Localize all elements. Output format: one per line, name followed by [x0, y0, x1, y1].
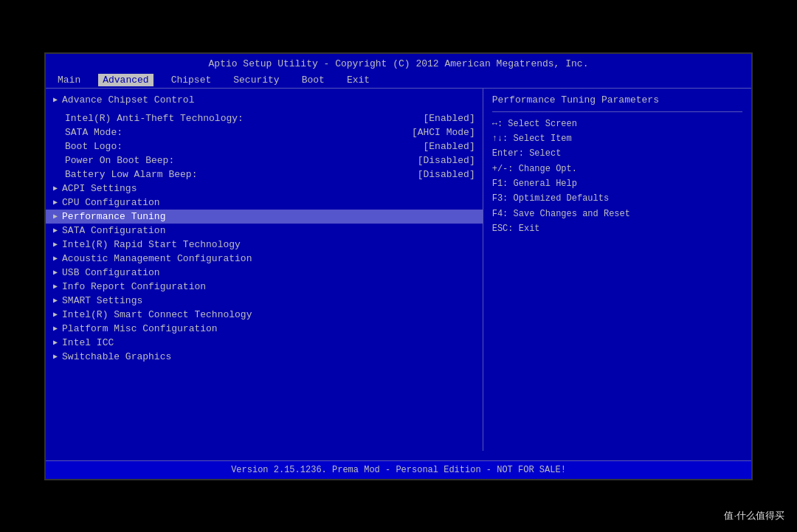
entry-label: Battery Low Alarm Beep:: [65, 169, 410, 180]
watermark: 值·什么值得买: [719, 507, 790, 525]
menu-entry[interactable]: SATA Configuration: [46, 224, 483, 238]
key-hint: ESC: Exit: [492, 221, 742, 236]
menu-item-main[interactable]: Main: [53, 74, 85, 86]
entry-value: [Disabled]: [418, 169, 475, 180]
key-hint: +/-: Change Opt.: [492, 162, 742, 176]
right-divider: [492, 111, 742, 112]
entry-label: Intel(R) Rapid Start Technology: [62, 239, 475, 250]
menu-entry[interactable]: Intel ICC: [46, 336, 483, 350]
menu-entry[interactable]: CPU Configuration: [46, 196, 483, 210]
key-hint: ↑↓: Select Item: [492, 131, 742, 146]
menu-entry: Intel(R) Anti-Theft Technology:[Enabled]: [46, 111, 483, 125]
key-hint: F1: General Help: [492, 176, 742, 191]
right-help-title: Performance Tuning Parameters: [492, 94, 742, 106]
entry-value: [Enabled]: [424, 113, 475, 124]
entry-label: SATA Configuration: [62, 225, 475, 236]
menu-entry[interactable]: Advance Chipset Control: [46, 93, 483, 107]
title-bar: Aptio Setup Utility - Copyright (C) 2012…: [46, 54, 751, 72]
entry-label: Advance Chipset Control: [62, 94, 475, 106]
entry-label: ACPI Settings: [62, 183, 475, 194]
menu-entry[interactable]: Acoustic Management Configuration: [46, 252, 483, 266]
menu-item-boot[interactable]: Boot: [297, 74, 329, 86]
entry-label: Switchable Graphics: [62, 351, 475, 362]
entry-label: SMART Settings: [62, 295, 475, 306]
menu-item-exit[interactable]: Exit: [342, 74, 374, 86]
entry-value: [Enabled]: [424, 141, 475, 152]
bios-screen: Aptio Setup Utility - Copyright (C) 2012…: [44, 52, 753, 480]
menu-entry: Boot Logo:[Enabled]: [46, 139, 483, 153]
status-text: Version 2.15.1236. Prema Mod - Personal …: [231, 465, 566, 475]
entry-value: [Disabled]: [418, 155, 475, 166]
menu-entry: Power On Boot Beep:[Disabled]: [46, 153, 483, 167]
menu-entry[interactable]: USB Configuration: [46, 266, 483, 280]
key-hint: F3: Optimized Defaults: [492, 191, 742, 206]
key-hint: Enter: Select: [492, 146, 742, 161]
menu-entry[interactable]: Switchable Graphics: [46, 350, 483, 364]
entry-label: Intel(R) Smart Connect Technology: [62, 309, 475, 320]
menu-entry[interactable]: Intel(R) Rapid Start Technology: [46, 238, 483, 252]
left-panel: Advance Chipset ControlIntel(R) Anti-The…: [46, 89, 483, 451]
menu-entry[interactable]: Performance Tuning: [46, 210, 483, 224]
menu-entry[interactable]: ACPI Settings: [46, 182, 483, 196]
entry-label: Acoustic Management Configuration: [62, 253, 475, 264]
entry-label: Intel(R) Anti-Theft Technology:: [65, 113, 416, 124]
key-hint: ↔: Select Screen: [492, 117, 742, 131]
menu-entry[interactable]: Info Report Configuration: [46, 280, 483, 294]
entry-label: USB Configuration: [62, 267, 475, 278]
entry-label: CPU Configuration: [62, 197, 475, 208]
entry-label: Intel ICC: [62, 337, 475, 348]
content-area: Advance Chipset ControlIntel(R) Anti-The…: [46, 89, 751, 451]
menu-item-advanced[interactable]: Advanced: [98, 74, 153, 86]
menu-entry[interactable]: Intel(R) Smart Connect Technology: [46, 308, 483, 322]
menu-item-chipset[interactable]: Chipset: [167, 74, 216, 86]
entry-label: Platform Misc Configuration: [62, 323, 475, 334]
entry-label: Power On Boot Beep:: [65, 155, 410, 166]
menu-bar: MainAdvancedChipsetSecurityBootExit: [46, 72, 751, 89]
key-hint: F4: Save Changes and Reset: [492, 207, 742, 221]
right-keys: ↔: Select Screen↑↓: Select ItemEnter: Se…: [492, 117, 742, 237]
entry-label: Boot Logo:: [65, 141, 416, 152]
entry-label: Info Report Configuration: [62, 281, 475, 292]
entry-label: SATA Mode:: [65, 127, 404, 138]
entry-value: [AHCI Mode]: [412, 127, 475, 138]
title-text: Aptio Setup Utility - Copyright (C) 2012…: [209, 58, 589, 69]
menu-entry: SATA Mode:[AHCI Mode]: [46, 125, 483, 139]
menu-item-security[interactable]: Security: [229, 74, 283, 86]
entry-label: Performance Tuning: [62, 211, 475, 222]
status-bar: Version 2.15.1236. Prema Mod - Personal …: [46, 460, 751, 479]
right-panel: Performance Tuning Parameters ↔: Select …: [483, 89, 751, 451]
menu-entry: Battery Low Alarm Beep:[Disabled]: [46, 167, 483, 182]
menu-entry[interactable]: Platform Misc Configuration: [46, 322, 483, 336]
menu-entry[interactable]: SMART Settings: [46, 294, 483, 308]
